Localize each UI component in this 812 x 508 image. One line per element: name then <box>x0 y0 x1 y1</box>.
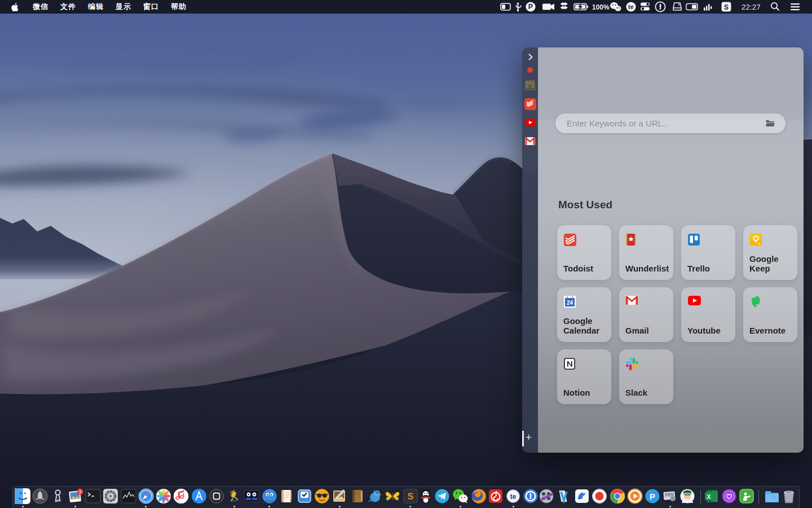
svg-text:X: X <box>707 493 710 500</box>
svg-text:S: S <box>407 492 413 501</box>
svg-text:te: te <box>628 3 634 10</box>
svg-text:te: te <box>510 493 517 501</box>
svg-text:24: 24 <box>567 300 573 306</box>
svg-text:100%: 100% <box>592 3 610 11</box>
svg-text:S: S <box>724 3 729 11</box>
svg-text:3: 3 <box>78 489 81 494</box>
svg-text:P: P <box>528 3 533 11</box>
svg-text:22:27: 22:27 <box>742 3 761 11</box>
svg-text:P: P <box>650 492 655 501</box>
